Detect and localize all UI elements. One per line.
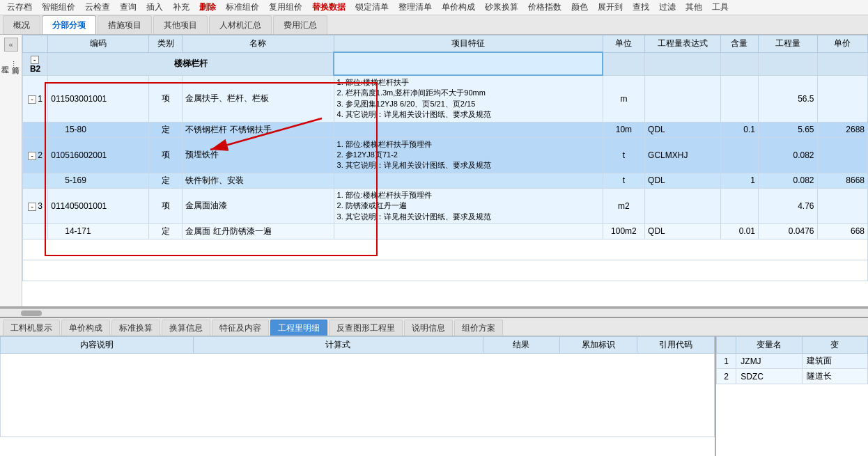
main-tab-bar: 概况 分部分项 措施项目 其他项目 人材机汇总 费用汇总 [0, 15, 868, 35]
table-row-2[interactable]: -2 010516002001 项 预埋铁件 1. 部位:楼梯栏杆扶手预埋件 2… [23, 137, 868, 173]
tab-labor-materials[interactable]: 人材机汇总 [209, 15, 272, 34]
cell-sub2-code: 5-169 [48, 173, 149, 188]
bottom-tab-bar: 工料机显示 单价构成 标准换算 换算信息 特征及内容 工程里明细 反查图形工程里… [0, 318, 868, 336]
tab-cost-summary[interactable]: 费用汇总 [273, 15, 327, 34]
menu-yunstore[interactable]: 云存档 [3, 1, 36, 14]
col-header-features: 项目特征 [334, 36, 603, 53]
main-table-container[interactable]: 编码 类别 名称 项目特征 单位 工程量表达式 含量 工程量 单价 [22, 35, 868, 306]
tab-sections[interactable]: 分部分项 [42, 15, 96, 34]
var-num-1: 1 [717, 354, 736, 369]
expand-btn-1[interactable]: - [28, 95, 36, 104]
table-row-1[interactable]: -1 011503001001 项 金属扶手、栏杆、栏板 1. 部位:楼梯栏杆扶… [23, 75, 868, 122]
cell-1-type: 项 [149, 75, 183, 122]
bottom-tab-reverse[interactable]: 反查图形工程里 [329, 320, 403, 336]
col-header-name: 名称 [183, 36, 334, 53]
vars-col-num [717, 337, 736, 354]
bottom-tab-std-convert[interactable]: 标准换算 [111, 320, 160, 336]
menu-tools[interactable]: 工具 [708, 1, 733, 14]
col-header-type: 类别 [149, 36, 183, 53]
cell-sub2-price: 8668 [817, 173, 867, 188]
bottom-col-cumulate: 累加标识 [560, 337, 637, 354]
vars-col-desc: 变 [802, 337, 867, 354]
var-num-2: 2 [717, 369, 736, 384]
expand-btn-3[interactable]: - [28, 203, 36, 211]
table-row-14-171[interactable]: 14-171 定 金属面 红丹防锈漆一遍 100m2 QDL 0.01 0.04… [23, 223, 868, 239]
cell-sub1-qty: 5.65 [759, 122, 817, 137]
cell-sub1-num [23, 122, 48, 137]
cell-2-expr: GCLMXHJ [645, 137, 721, 173]
bottom-tab-convert-info[interactable]: 换算信息 [162, 320, 210, 336]
menu-query[interactable]: 查询 [116, 1, 141, 14]
menu-bar: 云存档 智能组价 云检查 查询 插入 补充 删除 标准组价 复用组价 替换数据 … [0, 0, 868, 15]
bottom-tab-price-plan[interactable]: 组价方案 [454, 320, 503, 336]
menu-insert[interactable]: 插入 [142, 1, 167, 14]
menu-other[interactable]: 其他 [681, 1, 706, 14]
menu-filter[interactable]: 过滤 [655, 1, 680, 14]
var-desc-sdzc: 隧道长 [802, 369, 867, 384]
bottom-tab-description[interactable]: 说明信息 [404, 320, 453, 336]
tab-other-projects[interactable]: 其他项目 [153, 15, 208, 34]
cell-sub3-features [334, 223, 603, 239]
cell-sub1-features [334, 122, 603, 137]
menu-tidy[interactable]: 整理清单 [394, 1, 436, 14]
bottom-col-desc: 内容说明 [1, 337, 194, 354]
cell-sub3-type: 定 [149, 223, 183, 239]
bottom-col-ref: 引用代码 [637, 337, 715, 354]
bottom-tab-quantity-detail[interactable]: 工程里明细 [270, 320, 327, 336]
table-row-15-80[interactable]: 15-80 定 不锈钢栏杆 不锈钢扶手 10m QDL 0.1 5.65 268… [23, 122, 868, 137]
cell-2-name: 预埋铁件 [183, 137, 334, 173]
table-row-3[interactable]: -3 011405001001 项 金属面油漆 1. 部位:楼梯栏杆扶手预埋件 … [23, 188, 868, 223]
expand-btn-2[interactable]: - [28, 152, 36, 160]
cell-1-price [817, 75, 867, 122]
menu-find[interactable]: 查找 [628, 1, 653, 14]
cell-1-qty: 56.5 [759, 75, 817, 122]
bottom-panel: 工料机显示 单价构成 标准换算 换算信息 特征及内容 工程里明细 反查图形工程里… [0, 317, 868, 456]
table-row-empty-2 [23, 260, 868, 281]
menu-std-price[interactable]: 标准组价 [222, 1, 263, 14]
main-scrollbar[interactable] [0, 308, 868, 317]
tab-overview[interactable]: 概况 [3, 15, 40, 34]
upper-area: « 新建... 工程 箭筒... 工程 扶手 机... 编码 [0, 35, 868, 308]
cell-sub2-type: 定 [149, 173, 183, 188]
menu-cloud-check[interactable]: 云检查 [81, 1, 114, 14]
cell-sub3-name: 金属面 红丹防锈漆一遍 [183, 223, 334, 239]
cell-3-features: 1. 部位:楼梯栏杆扶手预埋件 2. 防锈漆或红丹一遍 3. 其它说明：详见相关… [334, 188, 603, 223]
bottom-table-row-empty [1, 354, 715, 437]
menu-ai[interactable]: 智能组价 [38, 1, 79, 14]
cell-sub2-content: 1 [720, 173, 758, 188]
table-row-b2-header[interactable]: - B2 楼梯栏杆 [23, 52, 868, 75]
menu-price-index[interactable]: 价格指数 [524, 1, 566, 14]
bottom-tab-features[interactable]: 特征及内容 [212, 320, 269, 336]
bottom-detail-table: 内容说明 计算式 结果 累加标识 引用代码 [0, 336, 715, 437]
bottom-tab-labor[interactable]: 工料机显示 [3, 320, 60, 336]
cell-sub1-code: 15-80 [48, 122, 149, 137]
menu-mortar[interactable]: 砂浆换算 [481, 1, 522, 14]
var-row-jzmj[interactable]: 1 JZMJ 建筑面 [717, 354, 868, 369]
cell-sub3-unit: 100m2 [603, 223, 644, 239]
cell-3-price [817, 188, 867, 223]
menu-color[interactable]: 颜色 [567, 1, 592, 14]
menu-expand[interactable]: 展开到 [594, 1, 627, 14]
cell-1-name: 金属扶手、栏杆、栏板 [183, 75, 334, 122]
main-content: « 新建... 工程 箭筒... 工程 扶手 机... 编码 [0, 35, 868, 456]
menu-lock[interactable]: 锁定清单 [351, 1, 393, 14]
cell-sub2-features [334, 173, 603, 188]
menu-reuse-price[interactable]: 复用组价 [265, 1, 307, 14]
cell-1-num: -1 [23, 75, 48, 122]
var-row-sdzc[interactable]: 2 SDZC 隧道长 [717, 369, 868, 384]
cell-sub3-qty: 0.0476 [759, 223, 817, 239]
menu-unit-price[interactable]: 单价构成 [437, 1, 479, 14]
menu-supplement[interactable]: 补充 [169, 1, 194, 14]
cell-b2-qty [759, 52, 817, 75]
sidebar-collapse-btn[interactable]: « [4, 38, 18, 52]
col-header-content: 含量 [720, 36, 758, 53]
table-row-5-169[interactable]: 5-169 定 铁件制作、安装 t QDL 1 0.082 8668 [23, 173, 868, 188]
expand-btn-b2[interactable]: - [31, 56, 39, 64]
cell-3-num: -3 [23, 188, 48, 223]
menu-replace-data[interactable]: 替换数据 [308, 1, 350, 14]
var-desc-jzmj: 建筑面 [802, 354, 867, 369]
tab-measures[interactable]: 措施项目 [98, 15, 152, 34]
menu-delete[interactable]: 删除 [195, 1, 220, 14]
cell-2-type: 项 [149, 137, 183, 173]
bottom-tab-unit-price[interactable]: 单价构成 [61, 320, 110, 336]
